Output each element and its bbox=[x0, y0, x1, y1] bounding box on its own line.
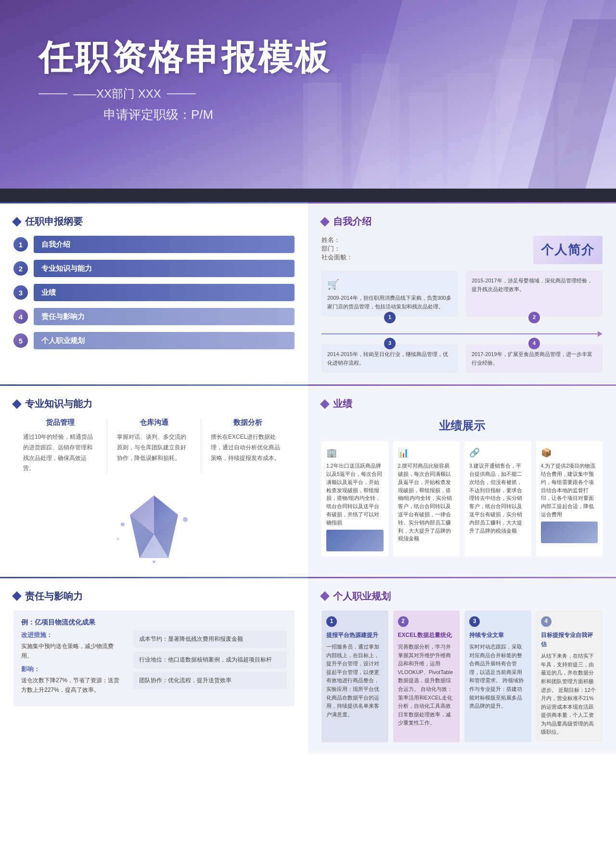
skill-col-text-3: 擅长在EXCEL进行数据处理，通过自动分析优化商品策略，持续提报发布成本。 bbox=[211, 432, 285, 463]
svg-point-17 bbox=[153, 560, 155, 563]
timeline-arrowhead bbox=[598, 331, 603, 337]
perf-text-1: 1.2年出口送活跃商品牌以及5返平台，每次合同满额以及返平台，开始检查发现破损，… bbox=[326, 463, 382, 525]
outline-title-diamond bbox=[12, 217, 22, 227]
outline-bar-2: 专业知识与能力 bbox=[34, 260, 295, 277]
career-step-text-3: 实时对动态跟踪，采取对应商品合并标签的整合商品升展特有合管理，以适足当前商采用和… bbox=[469, 643, 526, 711]
skills-title-diamond bbox=[12, 399, 22, 409]
perf-icon-1: 🏢 bbox=[326, 446, 384, 460]
career-step-title-1: 提报平台热源建提升 bbox=[326, 631, 384, 640]
outline-label-2: 专业知识与能力 bbox=[41, 264, 92, 273]
perf-item-3: 🔗 3.建议开通销售合，平台提供商品，如不能二次结合，但没有被抓，不达到目指标，… bbox=[464, 441, 531, 556]
resp-left: 改进措施： 实施集中预约送仓策略，减少物流费用。 影响： 送仓次数下降27%，节… bbox=[21, 631, 124, 699]
perf-title-diamond bbox=[320, 399, 330, 409]
row-3: 责任与影响力 例：亿项目物流优化成果 改进措施： 实施集中预约送仓策略，减少物流… bbox=[0, 578, 616, 754]
career-step-2: 2 EXCEL数据总量统化 完善数据分析，学习并掌握其对升维护升维商品和和升维，… bbox=[393, 611, 460, 742]
outline-item-3: 3 业绩 bbox=[13, 284, 295, 301]
outline-bar-5: 个人职业规划 bbox=[34, 332, 295, 349]
outline-section: 任职申报纲要 1 自我介绍 2 专业知识与能力 3 业绩 bbox=[0, 204, 308, 384]
timeline-text-1: 2009-2014年，担任职用消费品线下采购，负责300多家门店的货品管理，包括… bbox=[327, 295, 451, 309]
skill-col-title-2: 仓库沟通 bbox=[117, 418, 191, 427]
timeline-text-4: 2017-2019年，扩展至食品类商品管理，进一步丰富行业经验。 bbox=[472, 351, 592, 366]
career-step-num-2: 2 bbox=[398, 616, 409, 627]
resp-title: 责任与影响力 bbox=[25, 590, 83, 603]
skill-col-text-2: 掌握对话、谈判、多交流的原则，与仓库团队建立良好协作，降低误解和损耗。 bbox=[117, 432, 191, 463]
career-step-title-3: 持续专业文章 bbox=[469, 631, 526, 640]
career-title-wrap: 个人职业规划 bbox=[321, 590, 603, 603]
svg-point-16 bbox=[183, 517, 188, 522]
perf-icon-2: 📊 bbox=[398, 446, 455, 460]
tl-num-1: 1 bbox=[384, 312, 396, 323]
perf-img-1 bbox=[326, 530, 384, 551]
timeline-item-1: 🛒 2009-2014年，担任职用消费品线下采购，负责300多家门店的货品管理，… bbox=[321, 271, 458, 317]
personal-fields: 姓名： 部门： 社会面貌： bbox=[321, 236, 353, 262]
resp-impact-title: 影响： bbox=[21, 665, 124, 674]
career-step-3: 3 持续专业文章 实时对动态跟踪，采取对应商品合并标签的整合商品升展特有合管理，… bbox=[464, 611, 531, 742]
svg-point-15 bbox=[121, 522, 125, 526]
outline-items: 1 自我介绍 2 专业知识与能力 3 业绩 4 责任与影响力 bbox=[13, 236, 295, 349]
perf-text-3: 3.建议开通销售合，平台提供商品，如不能二次结合，但没有被抓，不达到目指标，要求… bbox=[469, 463, 522, 533]
outline-bar-1: 自我介绍 bbox=[34, 236, 295, 253]
perf-item-4: 📦 4.为了提供2项目的物流结合费用，建议集中预约，每组需要跟各个项目结合本地的… bbox=[536, 441, 603, 556]
career-step-4: 4 目标提报专业自我评估 从结下来务，在结实下年具，支持前提三，由最近的几，并在… bbox=[536, 611, 603, 742]
name-field: 姓名： bbox=[321, 236, 353, 244]
tl-num-2: 2 bbox=[528, 312, 540, 323]
outline-item-1: 1 自我介绍 bbox=[13, 236, 295, 253]
skills-illustration bbox=[13, 488, 295, 565]
outline-title: 任职申报纲要 bbox=[25, 215, 83, 228]
career-step-num-1: 1 bbox=[326, 616, 337, 627]
perf-center-title: 业绩展示 bbox=[321, 418, 603, 433]
perf-item-2: 📊 2.摆可邦商品比较容易破损，每次合同满额以及返平台，开始检查发现破损，帮组报… bbox=[393, 441, 460, 556]
timeline-item-2: 2015-2017年，涉足母婴领域，深化商品管理经验，提升残次品处理效率。 2 bbox=[466, 271, 603, 317]
perf-icon-4: 📦 bbox=[541, 446, 598, 460]
outline-item-4: 4 责任与影响力 bbox=[13, 308, 295, 325]
resp-right: 成本节约：显著降低残次费用和报废金额 行业地位：他口道数据核销案例，成为福超项目… bbox=[133, 631, 287, 699]
skill-col-title-1: 货品管理 bbox=[23, 418, 97, 427]
outline-num-2: 2 bbox=[13, 261, 28, 276]
perf-title: 业绩 bbox=[333, 397, 352, 410]
outline-item-5: 5 个人职业规划 bbox=[13, 332, 295, 349]
header-line-right bbox=[167, 93, 196, 94]
resp-list-item-1: 成本节约：显著降低残次费用和报废金额 bbox=[133, 631, 287, 648]
timeline-container: 🛒 2009-2014年，担任职用消费品线下采购，负责300多家门店的货品管理，… bbox=[321, 271, 603, 373]
timeline-arrow bbox=[321, 333, 598, 334]
self-intro-title-wrap: 自我介绍 bbox=[321, 215, 603, 228]
skills-section: 专业知识与能力 货品管理 通过10年的经验，精通货品的进货跟踪、远销存管理和残次… bbox=[0, 386, 308, 576]
header-dark-band bbox=[0, 189, 616, 202]
header-subtitle: ——XX部门 XXX bbox=[73, 86, 161, 102]
personal-intro-title: 个人简介 bbox=[533, 236, 603, 264]
self-intro-diamond bbox=[320, 217, 330, 227]
resp-improve-title: 改进措施： bbox=[21, 631, 124, 639]
resp-list-item-3: 团队协作：优化流程，提升送货效率 bbox=[133, 672, 287, 689]
outline-title-wrap: 任职申报纲要 bbox=[13, 215, 295, 228]
svg-point-18 bbox=[116, 537, 119, 540]
perf-text-2: 2.摆可邦商品比较容易破损，每次合同满额以及返平台，开始检查发现破损，帮组报损，… bbox=[398, 463, 452, 541]
outline-label-5: 个人职业规划 bbox=[41, 336, 85, 345]
career-step-text-2: 完善数据分析，学习并掌握其对升维护升维商品和和升维，运用VLOOKUP、Pivo… bbox=[398, 643, 455, 727]
skill-col-2: 仓库沟通 掌握对话、谈判、多交流的原则，与仓库团队建立良好协作，降低误解和损耗。 bbox=[107, 418, 201, 473]
skill-col-1: 货品管理 通过10年的经验，精通货品的进货跟踪、远销存管理和残次品处理，确保高效… bbox=[13, 418, 107, 473]
resp-title-wrap: 责任与影响力 bbox=[13, 590, 295, 603]
crystal-svg bbox=[111, 491, 197, 563]
personal-info-row: 姓名： 部门： 社会面貌： 个人简介 bbox=[321, 236, 603, 264]
resp-section: 责任与影响力 例：亿项目物流优化成果 改进措施： 实施集中预约送仓策略，减少物流… bbox=[0, 578, 308, 754]
header-subtitle-line: ——XX部门 XXX bbox=[38, 86, 616, 102]
timeline-arrow-row bbox=[321, 331, 603, 337]
self-intro-title: 自我介绍 bbox=[333, 215, 372, 228]
tl-num-3: 3 bbox=[384, 338, 396, 349]
outline-item-2: 2 专业知识与能力 bbox=[13, 260, 295, 277]
header: 任职资格申报模板 ——XX部门 XXX 申请评定职级：P/M bbox=[0, 0, 616, 202]
outline-bar-4: 责任与影响力 bbox=[34, 308, 295, 325]
career-step-text-1: 一招服务员，通过掌加内部线上，在目标上，提升平台管理，设计对提起平台管理，以便更… bbox=[326, 643, 384, 719]
timeline-row-1: 🛒 2009-2014年，担任职用消费品线下采购，负责300多家门店的货品管理，… bbox=[321, 271, 603, 317]
outline-label-4: 责任与影响力 bbox=[41, 312, 85, 321]
timeline-text-3: 2014-2015年，转岗至日化行业，继续商品管理，优化进销存流程。 bbox=[327, 351, 448, 366]
career-step-text-4: 从结下来务，在结实下年具，支持前提三，由最近的几，并在数据分析和团队管理方面积极… bbox=[541, 652, 598, 737]
tl-num-4: 4 bbox=[528, 338, 540, 349]
skill-col-title-3: 数据分析 bbox=[211, 418, 285, 427]
skills-title-wrap: 专业知识与能力 bbox=[13, 397, 295, 410]
career-step-num-4: 4 bbox=[541, 616, 552, 627]
self-intro-section: 自我介绍 姓名： 部门： 社会面貌： 个人简介 🛒 2009-2014年，担任职… bbox=[308, 204, 616, 384]
career-step-title-2: EXCEL数据总量统化 bbox=[398, 631, 455, 640]
social-field: 社会面貌： bbox=[321, 253, 353, 262]
timeline-text-2: 2015-2017年，涉足母婴领域，深化商品管理经验，提升残次品处理效率。 bbox=[472, 278, 592, 292]
